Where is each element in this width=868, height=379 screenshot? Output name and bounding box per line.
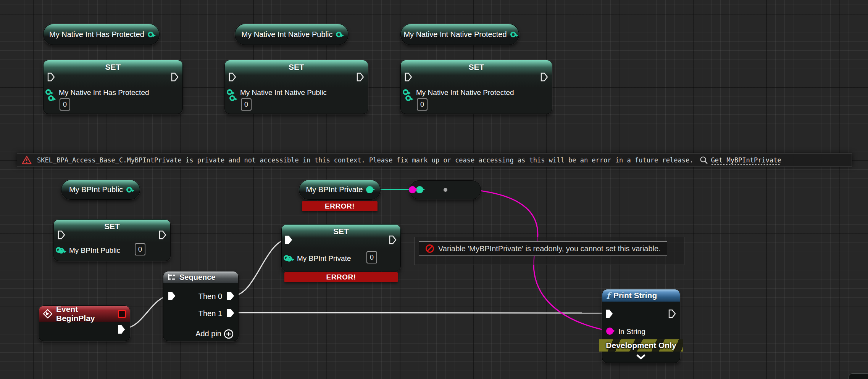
exec-out-pin[interactable] <box>540 72 548 82</box>
int-output-pin[interactable] <box>510 32 516 37</box>
int-output-pin[interactable] <box>45 89 51 95</box>
int-output-pin-connected[interactable] <box>366 186 373 193</box>
exec-in-pin[interactable] <box>58 230 65 239</box>
add-pin-icon[interactable] <box>224 329 234 339</box>
exec-out-pin[interactable] <box>668 309 676 318</box>
then0-exec-out-pin-connected[interactable] <box>227 291 234 300</box>
int-output-pin[interactable] <box>126 187 132 193</box>
int-output-pin[interactable] <box>336 32 342 37</box>
partial-node-corner <box>849 373 868 379</box>
node-get-my-native-int-native-protected[interactable]: My Native Int Native Protected <box>400 24 519 45</box>
error-banner: ERROR! <box>302 201 378 211</box>
collapsed-dot <box>444 188 447 192</box>
then1-label: Then 1 <box>198 309 222 318</box>
int-output-pin[interactable] <box>148 32 153 37</box>
event-title: Event BeginPlay <box>56 305 115 323</box>
int-value-input[interactable]: 0 <box>417 98 428 111</box>
int-input-pin[interactable] <box>229 95 235 101</box>
focus-node-link[interactable]: Get MyBPIntPrivate <box>711 156 781 164</box>
set-title: SET <box>282 227 400 236</box>
exec-out-pin-connected[interactable] <box>118 325 125 334</box>
then0-label: Then 0 <box>198 292 222 301</box>
function-header[interactable]: f Print String <box>602 289 680 302</box>
tooltip-panel: Variable 'MyBPIntPrivate' is readonly, y… <box>414 237 684 265</box>
print-string-title: Print String <box>613 291 657 300</box>
tooltip-text: Variable 'MyBPIntPrivate' is readonly, y… <box>438 244 661 253</box>
node-sequence[interactable]: Sequence Then 0 Then 1 Add pin <box>163 271 239 341</box>
string-input-pin-connected[interactable] <box>606 328 613 335</box>
exec-out-pin[interactable] <box>171 72 179 82</box>
set-title: SET <box>401 63 552 72</box>
int-input-pin[interactable] <box>405 95 411 101</box>
event-icon <box>43 309 53 319</box>
pin-label: My BPInt Private <box>297 254 351 263</box>
node-get-my-bpint-private[interactable]: My BPInt Private ERROR! <box>299 180 381 200</box>
development-only-banner: Development Only <box>599 339 683 352</box>
delegate-output-pin[interactable] <box>118 310 126 318</box>
pin-label: My Native Int Native Public <box>240 88 327 97</box>
exec-out-pin[interactable] <box>159 230 166 239</box>
set-title: SET <box>44 63 182 72</box>
int-value-input[interactable]: 0 <box>135 243 145 255</box>
exec-out-pin[interactable] <box>357 72 364 82</box>
exec-out-pin[interactable] <box>389 235 397 244</box>
variable-label: My BPInt Private <box>306 185 363 194</box>
exec-wire-then1-to-printstring <box>234 313 608 313</box>
variable-label: My Native Int Native Public <box>242 30 333 39</box>
int-value-input[interactable]: 0 <box>241 98 252 111</box>
then1-exec-out-pin-connected[interactable] <box>227 308 234 318</box>
node-set-my-native-int-native-public[interactable]: SET My Native Int Native Public 0 <box>224 60 368 114</box>
variable-label: My Native Int Has Protected <box>49 30 144 39</box>
event-header[interactable]: Event BeginPlay <box>39 306 130 322</box>
node-set-my-bpint-public[interactable]: SET My BPInt Public 0 <box>53 219 171 261</box>
pin-label: My BPInt Public <box>69 246 120 255</box>
exec-in-pin[interactable] <box>229 72 236 82</box>
pin-label: My Native Int Has Protected <box>59 88 149 97</box>
exec-in-pin[interactable] <box>405 72 412 82</box>
node-get-my-bpint-public[interactable]: My BPInt Public <box>61 180 140 200</box>
tooltip-message-box: Variable 'MyBPIntPrivate' is readonly, y… <box>419 241 667 256</box>
function-icon: f <box>606 291 610 301</box>
node-print-string[interactable]: f Print String In String Development Onl… <box>602 289 680 363</box>
add-pin-label[interactable]: Add pin <box>195 329 221 338</box>
int-value-input[interactable]: 0 <box>366 251 377 263</box>
int-value-input[interactable]: 0 <box>60 98 70 111</box>
int-output-pin[interactable] <box>227 89 232 95</box>
variable-label: My Native Int Native Protected <box>403 30 507 39</box>
node-set-my-native-int-has-protected[interactable]: SET My Native Int Has Protected 0 <box>43 60 183 114</box>
node-event-beginplay[interactable]: Event BeginPlay <box>39 305 130 341</box>
exec-in-pin-connected[interactable] <box>168 291 176 300</box>
variable-label: My BPInt Public <box>69 185 123 194</box>
node-get-my-native-int-has-protected[interactable]: My Native Int Has Protected <box>43 24 160 45</box>
sequence-header[interactable]: Sequence <box>163 271 238 283</box>
node-set-my-native-int-native-protected[interactable]: SET My Native Int Native Protected 0 <box>400 60 552 114</box>
set-title: SET <box>54 222 170 231</box>
no-entry-icon <box>425 244 434 253</box>
sequence-title: Sequence <box>179 273 215 282</box>
int-input-pin[interactable] <box>48 95 54 101</box>
warning-text: SKEL_BPA_Access_Base_C.MyBPIntPrivate is… <box>37 156 693 164</box>
sequence-icon <box>167 273 176 281</box>
exec-wire-then0-to-set <box>234 239 288 295</box>
blueprint-graph-canvas[interactable]: { "warning_banner": { "text": "SKEL_BPA_… <box>0 0 868 379</box>
node-get-my-native-int-native-public[interactable]: My Native Int Native Public <box>235 24 348 45</box>
in-string-label: In String <box>618 328 645 336</box>
string-output-pin-connected[interactable] <box>409 186 416 193</box>
node-set-my-bpint-private[interactable]: SET My BPInt Private 0 ERROR! <box>281 224 401 271</box>
node-conv-int-to-string[interactable] <box>410 180 481 199</box>
chevron-down-icon[interactable] <box>635 354 647 360</box>
exec-in-pin-connected[interactable] <box>605 309 613 318</box>
search-icon <box>699 156 708 165</box>
compiler-warning-bar[interactable]: SKEL_BPA_Access_Base_C.MyBPIntPrivate is… <box>17 153 852 167</box>
exec-in-pin[interactable] <box>47 72 55 82</box>
exec-in-pin-connected[interactable] <box>285 235 292 244</box>
set-title: SET <box>225 63 368 72</box>
pin-label: My Native Int Native Protected <box>416 88 514 97</box>
error-banner: ERROR! <box>284 272 398 282</box>
int-output-pin[interactable] <box>403 89 408 95</box>
warning-triangle-icon <box>22 156 32 165</box>
